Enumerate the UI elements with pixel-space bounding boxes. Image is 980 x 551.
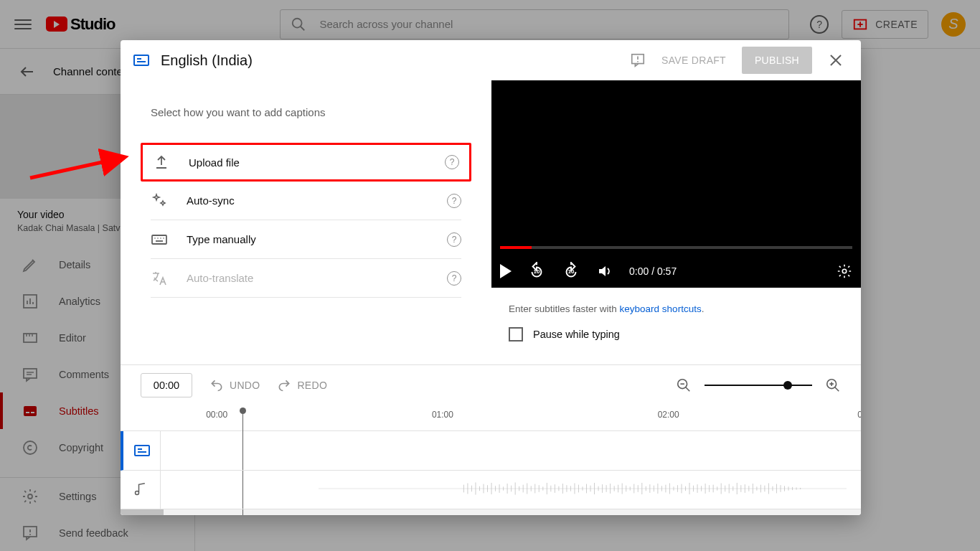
option-upload-file[interactable]: Upload file ? bbox=[141, 143, 471, 182]
save-draft-button[interactable]: SAVE DRAFT bbox=[661, 55, 726, 66]
publish-button[interactable]: PUBLISH bbox=[742, 47, 812, 74]
svg-point-30 bbox=[157, 237, 159, 239]
timeline-tracks bbox=[121, 431, 861, 509]
subtitle-track-lane[interactable] bbox=[161, 431, 861, 471]
waveform bbox=[319, 481, 847, 496]
svg-point-31 bbox=[160, 237, 161, 239]
help-icon[interactable]: ? bbox=[445, 155, 459, 169]
svg-point-27 bbox=[637, 61, 639, 62]
help-icon[interactable]: ? bbox=[447, 271, 461, 286]
redo-button[interactable]: REDO bbox=[277, 378, 327, 392]
shortcuts-hint: Enter subtitles faster with keyboard sho… bbox=[491, 288, 861, 314]
subtitle-track-icon[interactable] bbox=[121, 431, 161, 471]
player-time: 0:00 / 0:57 bbox=[629, 265, 677, 277]
video-player[interactable]: 10 10 0:00 / 0:57 bbox=[491, 80, 861, 288]
zoom-controls bbox=[676, 377, 841, 393]
upload-icon bbox=[153, 154, 170, 171]
svg-line-36 bbox=[686, 387, 690, 392]
player-controls: 10 10 0:00 / 0:57 bbox=[500, 262, 852, 281]
svg-point-32 bbox=[163, 237, 164, 239]
help-icon[interactable]: ? bbox=[447, 232, 461, 247]
timeline-ruler[interactable]: 00:0001:0002:0003:16 bbox=[121, 405, 861, 431]
audio-track-lane[interactable] bbox=[161, 471, 861, 510]
time-input[interactable] bbox=[141, 373, 192, 397]
forward-10-icon[interactable]: 10 bbox=[562, 262, 580, 281]
timeline-toolbar: UNDO REDO bbox=[121, 365, 861, 405]
timeline: UNDO REDO 00:0001:0002:0003:16 bbox=[121, 364, 861, 515]
sparkle-icon bbox=[151, 192, 168, 209]
keyboard-shortcuts-link[interactable]: keyboard shortcuts bbox=[620, 303, 702, 314]
prompt-text: Select how you want to add captions bbox=[151, 106, 461, 118]
settings-icon[interactable] bbox=[837, 263, 852, 279]
pause-while-typing-row: Pause while typing bbox=[491, 314, 861, 354]
zoom-out-icon[interactable] bbox=[676, 377, 692, 393]
caption-icon bbox=[133, 55, 149, 66]
keyboard-icon bbox=[151, 231, 168, 248]
progress-bar[interactable] bbox=[500, 246, 852, 249]
caption-options-panel: Select how you want to add captions Uplo… bbox=[121, 80, 491, 364]
zoom-in-icon[interactable] bbox=[825, 377, 841, 393]
volume-icon[interactable] bbox=[596, 263, 613, 280]
pause-checkbox[interactable] bbox=[509, 327, 523, 342]
play-icon[interactable] bbox=[500, 264, 512, 278]
rewind-10-icon[interactable]: 10 bbox=[527, 262, 546, 281]
timeline-scrollbar[interactable] bbox=[121, 509, 861, 515]
option-auto-sync[interactable]: Auto-sync ? bbox=[151, 182, 461, 220]
translate-icon bbox=[151, 270, 168, 287]
ruler-mark: 02:00 bbox=[658, 410, 679, 420]
audio-track-icon[interactable] bbox=[121, 471, 161, 510]
svg-rect-28 bbox=[152, 235, 166, 244]
help-icon[interactable]: ? bbox=[447, 194, 461, 208]
svg-point-34 bbox=[842, 269, 847, 273]
modal-header: English (India) SAVE DRAFT PUBLISH bbox=[121, 40, 861, 80]
svg-line-39 bbox=[835, 387, 839, 392]
feedback-icon[interactable] bbox=[630, 52, 646, 68]
ruler-mark: 00:00 bbox=[206, 410, 227, 420]
ruler-mark: 03:16 bbox=[857, 410, 861, 420]
close-icon[interactable] bbox=[828, 52, 844, 68]
captions-modal: English (India) SAVE DRAFT PUBLISH Selec… bbox=[121, 40, 861, 515]
option-type-manually[interactable]: Type manually ? bbox=[151, 220, 461, 259]
modal-title: English (India) bbox=[161, 52, 253, 69]
undo-button[interactable]: UNDO bbox=[209, 378, 260, 392]
zoom-slider[interactable] bbox=[705, 385, 812, 386]
ruler-mark: 01:00 bbox=[432, 410, 453, 420]
option-auto-translate: Auto-translate ? bbox=[151, 259, 461, 298]
svg-point-29 bbox=[154, 237, 156, 239]
